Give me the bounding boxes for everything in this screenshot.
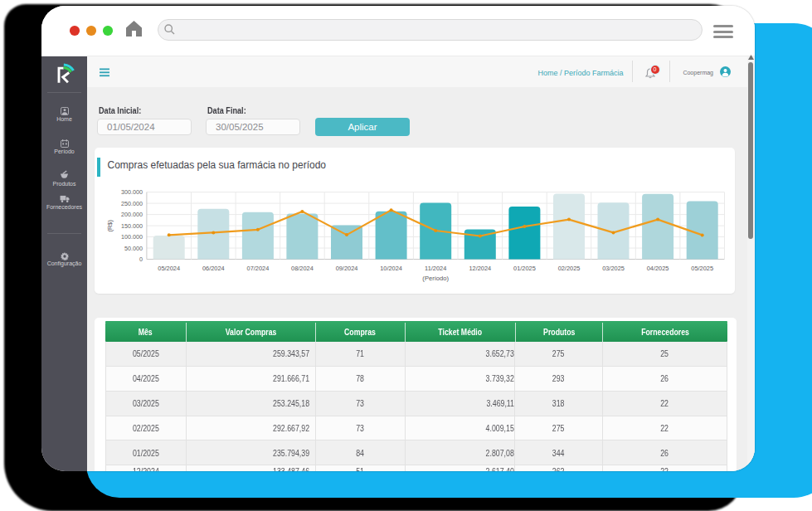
svg-text:02/2025: 02/2025 (557, 265, 580, 272)
svg-text:01/2025: 01/2025 (513, 265, 536, 272)
svg-text:05/2024: 05/2024 (158, 265, 180, 272)
svg-text:(Período): (Período) (422, 275, 449, 282)
svg-text:06/2024: 06/2024 (202, 265, 224, 272)
svg-text:04/2025: 04/2025 (646, 265, 669, 272)
svg-text:12/2024: 12/2024 (469, 265, 491, 272)
svg-text:07/2024: 07/2024 (246, 265, 269, 272)
svg-text:11/2024: 11/2024 (425, 265, 446, 272)
svg-text:300.000: 300.000 (120, 188, 142, 196)
svg-text:(R$): (R$) (106, 220, 114, 231)
svg-text:150.000: 150.000 (120, 222, 142, 230)
svg-text:0: 0 (139, 256, 142, 263)
svg-text:09/2024: 09/2024 (335, 265, 357, 272)
svg-text:100.000: 100.000 (120, 233, 142, 241)
svg-text:50.000: 50.000 (124, 245, 142, 252)
svg-text:200.000: 200.000 (120, 211, 142, 218)
svg-text:250.000: 250.000 (120, 200, 142, 207)
svg-text:05/2025: 05/2025 (691, 265, 713, 272)
svg-text:03/2025: 03/2025 (602, 265, 625, 272)
svg-text:08/2024: 08/2024 (291, 265, 314, 272)
svg-text:10/2024: 10/2024 (380, 265, 402, 272)
